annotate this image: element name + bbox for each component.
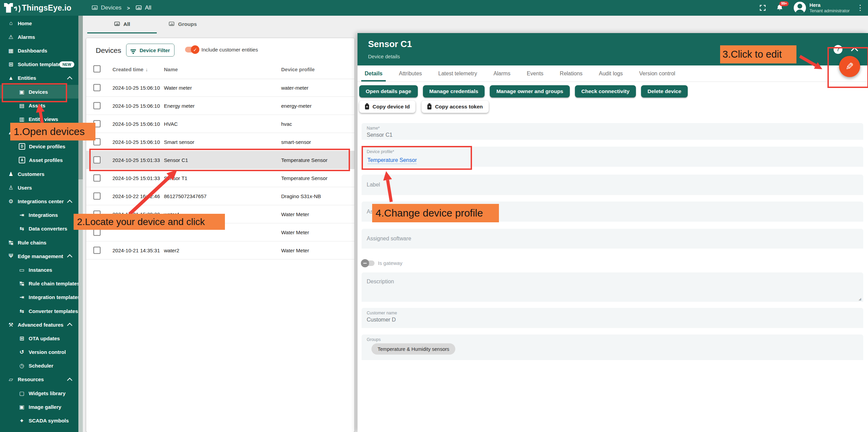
column-device-profile[interactable]: Device profile xyxy=(281,66,315,72)
breadcrumb-all[interactable]: All xyxy=(135,4,151,11)
is-gateway-toggle-knob[interactable] xyxy=(361,259,369,267)
devices-icon xyxy=(168,21,175,27)
device-profile-field[interactable]: Device profile* Temperature Sensor xyxy=(362,147,863,167)
sidebar-item-integrations-center[interactable]: ⚙Integrations center xyxy=(0,194,78,208)
sidebar-item-converter-templates[interactable]: ⇆Converter templates xyxy=(0,304,78,318)
fullscreen-button[interactable] xyxy=(757,2,768,14)
sidebar-item-asset-profiles[interactable]: AAsset profiles xyxy=(0,153,78,167)
sidebar-item-label: Integrations xyxy=(29,212,78,218)
row-checkbox[interactable] xyxy=(93,157,101,164)
cell-name: Water meter xyxy=(164,85,192,91)
sidebar-item-widgets-library[interactable]: ▢Widgets library xyxy=(0,386,78,400)
more-menu-button[interactable]: ⋮ xyxy=(855,3,865,12)
row-checkbox[interactable] xyxy=(93,102,101,109)
device-profile-link[interactable]: Temperature Sensor xyxy=(367,157,417,164)
copy-device-id-button[interactable]: Copy device Id xyxy=(359,101,415,113)
name-field[interactable]: Name* Sensor C1 xyxy=(362,123,863,140)
sidebar-item-data-converters[interactable]: ⇆Data converters xyxy=(0,222,78,236)
sidebar-item-label: Alarms xyxy=(18,34,78,40)
table-row[interactable]: 2024-10-22 16:12:46861275072347657Dragin… xyxy=(86,187,354,205)
cell-created-time: 2024-10-25 15:06:10 xyxy=(112,85,160,91)
sidebar-scrollbar-thumb[interactable] xyxy=(78,16,83,179)
app-logo[interactable]: ThingsEye.io xyxy=(3,1,72,14)
resize-handle-icon[interactable]: ◢ xyxy=(858,297,861,301)
device-filter-button[interactable]: Device Filter xyxy=(126,44,174,57)
include-customer-entities-toggle[interactable]: ✓ xyxy=(185,47,198,53)
sidebar-item-device-profiles[interactable]: DDevice profiles xyxy=(0,140,78,153)
row-checkbox[interactable] xyxy=(93,175,101,182)
copy-access-token-button[interactable]: Copy access token xyxy=(422,101,488,113)
sidebar-item-rule-chains[interactable]: ↹Rule chains xyxy=(0,236,78,249)
column-created-time[interactable]: Created time↓ xyxy=(112,66,148,72)
panel-tab-events[interactable]: Events xyxy=(527,71,544,77)
check-connectivity-button[interactable]: Check connectivity xyxy=(575,85,636,98)
ota-updates-icon: ⊞ xyxy=(18,335,26,342)
manage-owner-and-groups-button[interactable]: Manage owner and groups xyxy=(490,85,569,98)
customers-icon: ♟ xyxy=(7,171,15,177)
table-row[interactable]: 2024-10-25 15:01:33Sensor T1Temperature … xyxy=(86,169,354,187)
avatar[interactable] xyxy=(794,2,806,14)
widgets-library-icon: ▢ xyxy=(18,390,26,397)
sidebar-item-image-gallery[interactable]: ▣Image gallery xyxy=(0,400,78,414)
row-checkbox[interactable] xyxy=(93,247,101,254)
sidebar-item-home[interactable]: ⌂Home xyxy=(0,16,78,30)
sidebar-item-integrations[interactable]: ⇥Integrations xyxy=(0,208,78,222)
help-button[interactable]: ? xyxy=(834,45,842,54)
delete-device-button[interactable]: Delete device xyxy=(641,85,688,98)
customer-name-field-value: Customer D xyxy=(367,317,396,323)
collapse-chevron-up-icon[interactable] xyxy=(851,47,858,54)
cell-name: Smart sensor xyxy=(164,139,194,145)
table-row[interactable]: 2024-10-25 15:06:10HVAChvac xyxy=(86,115,354,133)
edit-fab-button[interactable]: ✎ xyxy=(839,56,860,77)
panel-tab-relations[interactable]: Relations xyxy=(560,71,583,77)
tab-groups[interactable]: Groups xyxy=(157,16,209,32)
sidebar-item-customers[interactable]: ♟Customers xyxy=(0,167,78,181)
table-row[interactable]: 2024-10-25 15:01:33Sensor C1Temperature … xyxy=(86,151,354,169)
sidebar-item-devices[interactable]: ▣Devices xyxy=(0,85,78,99)
description-field[interactable]: Description ◢ xyxy=(362,272,863,302)
table-row[interactable]: 2024-10-21 14:35:31water2Water Meter xyxy=(86,241,354,259)
panel-tab-attributes[interactable]: Attributes xyxy=(399,71,422,77)
notifications-button[interactable]: 99+ xyxy=(774,2,786,14)
sidebar-item-label: Asset profiles xyxy=(29,157,78,163)
tab-all[interactable]: All xyxy=(87,16,157,33)
manage-credentials-button[interactable]: Manage credentials xyxy=(423,85,485,98)
panel-tab-details[interactable]: Details xyxy=(365,71,382,77)
sidebar-item-solution-templates[interactable]: ⊞Solution templatesNEW xyxy=(0,58,78,71)
table-row[interactable]: 2024-10-25 15:06:10Water meterwater-mete… xyxy=(86,79,354,97)
sidebar-item-integration-templates[interactable]: ⇥Integration templates xyxy=(0,291,78,304)
row-checkbox[interactable] xyxy=(93,84,101,91)
chevron-up-icon xyxy=(67,254,73,260)
sidebar-item-alarms[interactable]: ⚠Alarms xyxy=(0,30,78,44)
sidebar-item-assets[interactable]: ▤Assets xyxy=(0,99,78,112)
sidebar-item-version-control[interactable]: ↺Version control xyxy=(0,345,78,359)
column-name[interactable]: Name xyxy=(164,66,178,72)
cell-name: Energy meter xyxy=(164,103,195,109)
sidebar-item-entities[interactable]: ▲Entities xyxy=(0,71,78,85)
sidebar-item-instances[interactable]: ▭Instances xyxy=(0,263,78,277)
users-icon: ♙ xyxy=(7,184,15,191)
row-checkbox[interactable] xyxy=(93,193,101,200)
sidebar-item-edge-management[interactable]: ΨEdge management xyxy=(0,249,78,263)
sidebar-item-scada-symbols[interactable]: ⌖SCADA symbols xyxy=(0,414,78,427)
open-details-page-button[interactable]: Open details page xyxy=(359,85,418,98)
panel-tab-version-control[interactable]: Version control xyxy=(639,71,675,77)
group-chip[interactable]: Temperature & Humidity sensors xyxy=(371,343,455,355)
select-all-checkbox[interactable] xyxy=(93,65,101,73)
sidebar-item-scheduler[interactable]: ◷Scheduler xyxy=(0,359,78,373)
sidebar-item-dashboards[interactable]: ▦Dashboards xyxy=(0,44,78,57)
table-row[interactable]: 2024-10-25 15:06:10Energy meterenergy-me… xyxy=(86,97,354,115)
sidebar-item-ota-updates[interactable]: ⊞OTA updates xyxy=(0,331,78,345)
breadcrumb-devices[interactable]: Devices xyxy=(91,4,121,11)
panel-tab-audit-logs[interactable]: Audit logs xyxy=(599,71,623,77)
user-info[interactable]: Hera Tenant administrator xyxy=(809,2,850,14)
label-field[interactable]: Label xyxy=(362,175,863,195)
sidebar-item-rule-chain-templates[interactable]: ↹Rule chain templates xyxy=(0,277,78,291)
sidebar-item-users[interactable]: ♙Users xyxy=(0,181,78,194)
table-row[interactable]: 2024-10-25 15:06:10Smart sensorsmart-sen… xyxy=(86,133,354,151)
sidebar-item-resources[interactable]: ▱Resources xyxy=(0,373,78,386)
assigned-software-field[interactable]: Assigned software xyxy=(362,229,863,249)
panel-tab-latest-telemetry[interactable]: Latest telemetry xyxy=(438,71,477,77)
sidebar-item-advanced-features[interactable]: ⚒Advanced features xyxy=(0,318,78,331)
panel-tab-alarms[interactable]: Alarms xyxy=(493,71,511,77)
